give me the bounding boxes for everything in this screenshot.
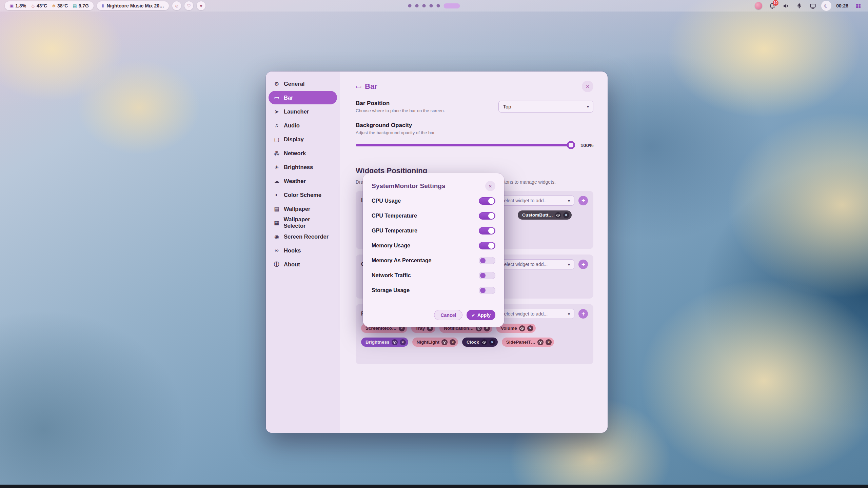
emoji-button[interactable]: ☺: [172, 1, 181, 10]
modal-close-button[interactable]: ×: [485, 181, 495, 191]
right-widgets-chip-row-2: Brightness × NightLight × Clock × SidePa…: [361, 338, 588, 347]
workspace-active-pill[interactable]: [444, 3, 460, 8]
widget-chip-custombutton[interactable]: CustomButt… ×: [518, 210, 572, 220]
center-widgets-add-placeholder: Select widget to add...: [501, 262, 548, 267]
workspace-dot[interactable]: [415, 4, 419, 7]
mic-button[interactable]: [794, 1, 804, 11]
sidebar-item-about[interactable]: ⓘAbout: [269, 258, 337, 271]
toggle-label: Memory Usage: [372, 243, 410, 249]
widget-remove-button[interactable]: ×: [563, 212, 569, 218]
sidebar-item-screen-recorder[interactable]: ◉Screen Recorder: [269, 230, 337, 243]
display-icon: ▢: [273, 136, 280, 143]
clock[interactable]: 00:28: [835, 3, 850, 8]
chevron-down-icon: ▾: [568, 198, 570, 203]
widget-visibility-button[interactable]: [519, 325, 525, 331]
check-icon: ✓: [471, 312, 475, 318]
memory-icon: ▤: [73, 3, 77, 8]
widget-chip-clock[interactable]: Clock ×: [462, 338, 498, 347]
workspace-dot[interactable]: [422, 4, 426, 7]
color-picker-button[interactable]: [753, 1, 764, 11]
screencast-button[interactable]: [808, 1, 818, 11]
widget-visibility-button[interactable]: [392, 339, 398, 345]
modal-footer: Cancel ✓Apply: [372, 310, 495, 320]
network-traffic-toggle[interactable]: [479, 272, 495, 279]
cpu-usage-toggle[interactable]: [479, 197, 495, 205]
widget-remove-button[interactable]: ×: [527, 325, 533, 331]
widget-visibility-button[interactable]: [555, 212, 561, 218]
toggle-knob: [480, 258, 486, 263]
sidebar-item-brightness[interactable]: ☀Brightness: [269, 160, 337, 174]
sidebar-item-display[interactable]: ▢Display: [269, 133, 337, 146]
workspace-dot[interactable]: [430, 4, 433, 7]
widget-chip-nightlight[interactable]: NightLight ×: [412, 338, 458, 347]
page-title: Bar: [365, 82, 377, 91]
widget-visibility-button[interactable]: [537, 339, 544, 345]
gpu-temperature-toggle[interactable]: [479, 227, 495, 235]
bar-position-select[interactable]: Top ▾: [498, 101, 593, 113]
toggle-label: Network Traffic: [372, 272, 411, 279]
widget-visibility-button[interactable]: [481, 339, 487, 345]
sidebar-item-label: Display: [284, 136, 304, 143]
like-button[interactable]: ♥: [197, 1, 205, 10]
settings-close-button[interactable]: ×: [582, 81, 593, 92]
workspace-dot[interactable]: [408, 4, 412, 7]
widget-remove-button[interactable]: ×: [489, 339, 495, 345]
cpu-temp-value: 43°C: [37, 3, 47, 8]
sidebar-item-wallpaper-selector[interactable]: ▦Wallpaper Selector: [269, 216, 337, 229]
toggle-knob: [488, 213, 494, 219]
chevron-down-icon: ▾: [568, 311, 570, 317]
apply-button[interactable]: ✓Apply: [467, 310, 495, 320]
sidebar-item-label: General: [284, 81, 304, 87]
toggle-row-cpu-usage: CPU Usage: [372, 194, 495, 208]
widget-remove-button[interactable]: ×: [400, 339, 406, 345]
right-widgets-add-select[interactable]: Select widget to add... ▾: [496, 309, 574, 319]
memory-as-percentage-toggle[interactable]: [479, 257, 495, 264]
sidebar-item-hooks[interactable]: ∞Hooks: [269, 244, 337, 257]
sidebar-item-wallpaper[interactable]: ▤Wallpaper: [269, 202, 337, 216]
volume-button[interactable]: [781, 1, 791, 11]
system-stats[interactable]: ▣1.8% ♨43°C ❄38°C ▤9.7G: [5, 1, 94, 10]
close-icon: ×: [565, 213, 567, 217]
memory-usage-toggle[interactable]: [479, 242, 495, 249]
sidebar-item-color-scheme[interactable]: ◐Color Scheme: [269, 188, 337, 202]
toggle-knob: [480, 288, 486, 293]
sidebar-item-network[interactable]: ⁂Network: [269, 146, 337, 160]
app-launcher-button[interactable]: [853, 1, 863, 11]
favorite-button[interactable]: ♡: [184, 1, 193, 10]
sidebar-item-weather[interactable]: ☁Weather: [269, 174, 337, 188]
toggle-label: CPU Temperature: [372, 213, 417, 219]
widget-remove-button[interactable]: ×: [546, 339, 552, 345]
widget-remove-button[interactable]: ×: [450, 339, 456, 345]
left-widgets-add-button[interactable]: +: [578, 196, 588, 205]
center-widgets-add-button[interactable]: +: [578, 260, 588, 269]
cpu-temperature-toggle[interactable]: [479, 212, 495, 220]
cpu-usage-stat: ▣1.8%: [9, 3, 26, 8]
sidebar-item-launcher[interactable]: ➤Launcher: [269, 105, 337, 118]
widget-visibility-button[interactable]: [441, 339, 448, 345]
toggle-label: Storage Usage: [372, 287, 410, 293]
widget-chip-volume[interactable]: Volume ×: [496, 324, 536, 333]
cancel-button[interactable]: Cancel: [434, 310, 462, 320]
storage-usage-toggle[interactable]: [479, 287, 495, 294]
eye-icon: [556, 213, 560, 217]
widget-chip-brightness[interactable]: Brightness ×: [361, 338, 408, 347]
sidebar-item-label: Screen Recorder: [284, 233, 329, 240]
center-widgets-add-select[interactable]: Select widget to add... ▾: [496, 259, 574, 269]
workspace-indicator[interactable]: [408, 0, 460, 12]
sidebar-item-general[interactable]: ⚙General: [269, 77, 337, 90]
background-opacity-slider[interactable]: [356, 141, 574, 149]
modal-title: SystemMonitor Settings: [372, 182, 445, 190]
sidebar-item-label: Wallpaper Selector: [283, 216, 332, 229]
top-bar: ▣1.8% ♨43°C ❄38°C ▤9.7G ‖ Nightcore Musi…: [0, 0, 868, 12]
workspace-dot[interactable]: [437, 4, 440, 7]
sidebar-item-audio[interactable]: ♫Audio: [269, 119, 337, 132]
slider-knob[interactable]: [567, 141, 575, 149]
right-widgets-add-button[interactable]: +: [578, 309, 588, 319]
night-light-button[interactable]: ☾: [821, 1, 831, 11]
widget-chip-sidepanel[interactable]: SidePanelT… ×: [502, 338, 554, 347]
cpu-temp-stat: ♨43°C: [31, 3, 47, 8]
sidebar-item-bar[interactable]: ▭Bar: [269, 91, 337, 104]
notifications-button[interactable]: 10: [767, 1, 777, 11]
media-player-widget[interactable]: ‖ Nightcore Music Mix 20…: [97, 1, 169, 10]
left-widgets-add-select[interactable]: Select widget to add... ▾: [496, 196, 574, 206]
